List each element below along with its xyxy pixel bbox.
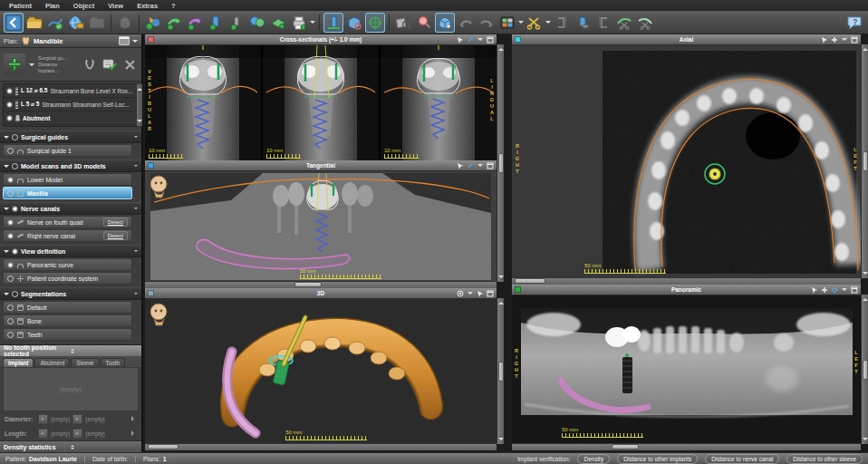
section-header[interactable]: Nerve canals [0, 202, 141, 215]
sidebar-item-patient-coordinate-system[interactable]: Patient coordinate system [3, 272, 132, 285]
validate-plan-icon[interactable] [101, 56, 118, 72]
collapse-caret-icon[interactable] [4, 136, 9, 141]
implant-row[interactable]: L 5 ⌀ 5 Straumann Straumann Self-Loc... [4, 98, 136, 111]
open-patient-button[interactable] [24, 13, 44, 33]
expand-density-icon[interactable] [71, 443, 138, 451]
maximize-icon[interactable] [487, 36, 494, 44]
axial-hscrollbar[interactable] [512, 277, 861, 285]
length-next-icon[interactable] [131, 430, 137, 436]
plan-dropdown-icon[interactable] [132, 40, 138, 45]
visibility-eye-icon[interactable] [7, 233, 14, 239]
cube-inspect-button[interactable] [344, 13, 364, 33]
sidebar-item-segmentation-teeth[interactable]: Teeth [3, 328, 132, 341]
maximize-icon[interactable] [487, 290, 494, 297]
diameter-max-stepper[interactable] [72, 414, 82, 424]
plan-list-icon[interactable] [119, 36, 130, 45]
gear-icon[interactable] [831, 286, 838, 294]
collapse-caret-icon[interactable] [4, 293, 9, 298]
back-button[interactable] [4, 13, 24, 33]
visibility-eye-icon[interactable] [6, 102, 13, 108]
guide-edit-button[interactable] [185, 13, 205, 33]
mirror-tool2-button[interactable] [593, 13, 613, 33]
visibility-eye-icon[interactable] [7, 262, 14, 268]
menu-view[interactable]: View [108, 2, 123, 10]
cross-slices[interactable]: VESTIBULAR 10 mm [145, 45, 497, 161]
section-header[interactable]: View definition [0, 245, 141, 257]
print-protocol-button[interactable] [289, 13, 309, 33]
help-button[interactable]: ? [844, 13, 864, 33]
tangential-slider[interactable] [145, 281, 497, 288]
bone-step-button[interactable] [268, 13, 288, 33]
collapse-caret-icon[interactable] [4, 250, 9, 256]
pointer-icon[interactable] [477, 290, 484, 297]
add-implant-wizard-button[interactable] [143, 13, 163, 33]
detect-button[interactable]: Detect [103, 218, 128, 227]
tangential-image[interactable]: 50 mm [145, 171, 497, 283]
menu-object[interactable]: Object [73, 2, 94, 10]
cross-slice-1[interactable]: VESTIBULAR 10 mm [145, 45, 261, 161]
collapse-caret-icon[interactable] [4, 208, 9, 213]
left-column-scrollbar-top[interactable] [497, 44, 504, 282]
pin-section-icon[interactable] [134, 135, 138, 140]
pen-icon[interactable] [467, 36, 474, 44]
sidebar-item-segmentation-default[interactable]: Default [3, 301, 132, 314]
diameter-next-icon[interactable] [131, 416, 137, 421]
left-column-scrollbar-bottom[interactable] [497, 298, 504, 444]
collapse-caret-icon[interactable] [4, 165, 9, 170]
sidebar-item-panoramic-curve[interactable]: Panoramic curve [3, 258, 132, 271]
crosshair-button[interactable] [365, 13, 385, 33]
maximize-icon[interactable] [487, 162, 494, 169]
implant-row[interactable]: Abutment [4, 111, 136, 125]
menu-plan[interactable]: Plan [45, 2, 60, 10]
cross-slice-3[interactable]: LINGUAL 10 mm [381, 45, 497, 161]
visibility-radio-icon[interactable] [7, 304, 14, 311]
eye-icon[interactable] [457, 290, 464, 297]
menu-extras[interactable]: Extras [137, 2, 158, 10]
pointer-icon[interactable] [457, 162, 464, 169]
right-column-scrollbar-top[interactable] [861, 44, 868, 278]
panoramic-image[interactable]: RIGHT LEFT 50 mm [512, 295, 861, 445]
collapse-panel-icon[interactable] [71, 347, 138, 355]
tab-abutment[interactable]: Abutment [34, 358, 70, 367]
visibility-eye-icon[interactable] [6, 88, 13, 94]
sidebar-item-right-nerve-canal[interactable]: Right nerve canal Detect [3, 229, 132, 242]
length-max-stepper[interactable] [72, 429, 82, 439]
tangential-view[interactable]: Tangential [145, 160, 497, 288]
axial-image[interactable]: RIGHT LEFT 50 mm [512, 45, 861, 279]
three-d-view[interactable]: 3D [145, 288, 497, 450]
plus-icon[interactable] [821, 286, 828, 294]
sidebar-item-segmentation-bone[interactable]: Bone [3, 314, 132, 327]
abutment-step-button[interactable] [227, 13, 246, 33]
implant-list-scrollbar[interactable] [136, 84, 142, 126]
maximize-icon[interactable] [851, 286, 858, 294]
visibility-eye-icon[interactable] [7, 177, 14, 183]
model-cut-button[interactable] [614, 13, 634, 33]
archive-button[interactable] [87, 13, 107, 33]
caret-down-icon[interactable] [477, 162, 484, 169]
visibility-eye-icon[interactable] [6, 115, 13, 121]
visibility-radio-icon[interactable] [7, 148, 14, 154]
visibility-radio-icon[interactable] [7, 190, 14, 197]
layout-button[interactable] [497, 13, 517, 33]
visibility-eye-icon[interactable] [7, 219, 14, 226]
pin-section-icon[interactable] [134, 207, 138, 211]
tab-tooth[interactable]: Tooth [101, 358, 125, 367]
three-d-hscrollbar[interactable] [145, 443, 497, 450]
implant-step-button[interactable] [206, 13, 226, 33]
maximize-icon[interactable] [851, 36, 858, 44]
delete-plan-icon[interactable] [121, 56, 138, 72]
caret-down-icon[interactable] [467, 290, 474, 297]
three-d-scene[interactable]: 50 mm [145, 299, 497, 445]
panoramic-view[interactable]: Panoramic [512, 285, 861, 450]
sidebar-item-maxilla[interactable]: Maxilla [3, 187, 132, 199]
visibility-radio-icon[interactable] [7, 276, 14, 282]
pen-icon[interactable] [467, 162, 474, 169]
cross-slice-2[interactable]: 10 mm [263, 45, 379, 161]
tab-implant[interactable]: Implant [3, 358, 34, 367]
undo-button[interactable] [456, 13, 476, 33]
implant-row[interactable]: L 12 ⌀ 6.5 Straumann Bone Level X Rox... [4, 84, 136, 98]
pointer-icon[interactable] [457, 36, 464, 44]
sleeve-step-button[interactable] [247, 13, 267, 33]
3d-cube-button[interactable] [435, 13, 455, 33]
cylinder-tool-button[interactable] [573, 13, 593, 33]
